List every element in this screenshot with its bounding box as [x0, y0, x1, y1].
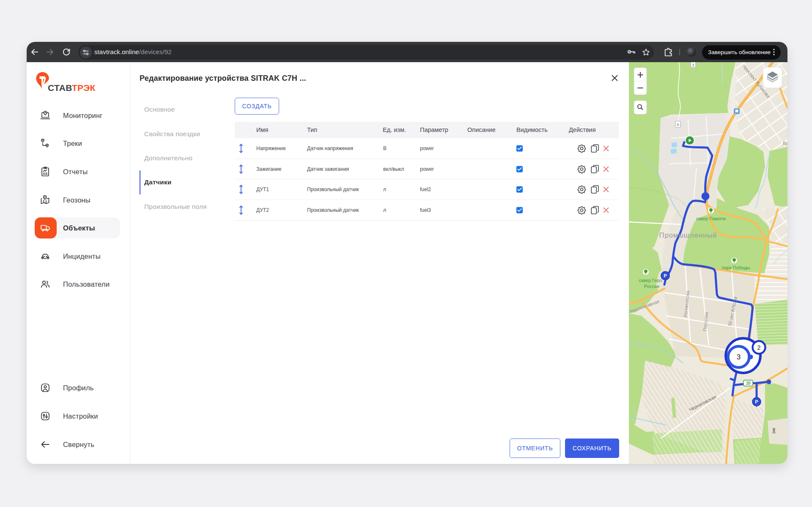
- svg-text:России: России: [644, 284, 659, 289]
- svg-text:парк Победы: парк Победы: [722, 265, 750, 270]
- svg-text:Вас: Вас: [783, 141, 787, 146]
- svg-text:P: P: [664, 273, 667, 278]
- svg-text:3: 3: [737, 353, 741, 361]
- svg-text:2: 2: [757, 344, 760, 351]
- svg-text:38: 38: [746, 381, 751, 386]
- svg-text:сквер Геро: сквер Геро: [639, 278, 662, 283]
- svg-text:сквер Памяти: сквер Памяти: [696, 216, 726, 221]
- svg-text:2: 2: [692, 63, 694, 67]
- svg-text:0: 0: [677, 123, 679, 127]
- svg-text:P: P: [755, 399, 758, 404]
- svg-text:Промышленный: Промышленный: [659, 231, 717, 239]
